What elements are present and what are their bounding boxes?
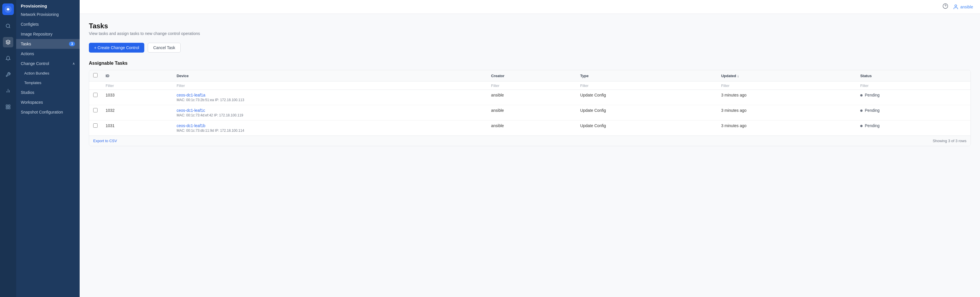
row-checkbox-1031[interactable] xyxy=(93,123,97,128)
device-link-1032[interactable]: ceos-dc1-leaf1c xyxy=(177,108,483,113)
svg-line-3 xyxy=(9,27,10,28)
wrench-icon[interactable] xyxy=(3,69,13,80)
table-footer: Export to CSV Showing 3 of 3 rows xyxy=(89,136,970,146)
svg-marker-4 xyxy=(6,40,10,43)
device-mac-1033: MAC: 00:1c:73:2b:51:ea IP: 172.18.100.11… xyxy=(177,98,483,102)
filter-status: Filter xyxy=(860,83,869,88)
filter-device: Filter xyxy=(177,83,185,88)
svg-rect-8 xyxy=(6,105,8,106)
status-label-1032: Pending xyxy=(865,108,880,113)
cell-id-1033: 1033 xyxy=(102,90,173,105)
cell-type-1033: Update Config xyxy=(576,90,717,105)
filter-updated: Filter xyxy=(721,83,730,88)
sidebar-title: Provisioning xyxy=(16,0,80,10)
col-header-checkbox xyxy=(89,70,102,81)
alert-icon[interactable] xyxy=(3,53,13,64)
cell-status-1033: Pending xyxy=(856,90,970,105)
status-dot-1032 xyxy=(860,110,862,112)
tasks-badge: 3 xyxy=(69,42,75,46)
page-subtitle: View tasks and assign tasks to new chang… xyxy=(89,31,971,36)
filter-creator: Filter xyxy=(491,83,500,88)
row-count-label: Showing 3 of 3 rows xyxy=(933,139,966,143)
cell-id-1032: 1032 xyxy=(102,105,173,120)
assignable-tasks-table-container: ID Device Creator Type Updated ↓ Status … xyxy=(89,70,971,146)
cell-device-1033: ceos-dc1-leaf1a MAC: 00:1c:73:2b:51:ea I… xyxy=(173,90,487,105)
status-dot-1031 xyxy=(860,125,862,127)
sidebar-item-action-bundles[interactable]: Action Bundles xyxy=(16,69,80,78)
device-mac-1031: MAC: 00:1c:73:db:11:9d IP: 172.18.100.11… xyxy=(177,129,483,133)
cell-type-1032: Update Config xyxy=(576,105,717,120)
device-link-1033[interactable]: ceos-dc1-leaf1a xyxy=(177,93,483,97)
sidebar-item-actions[interactable]: Actions xyxy=(16,49,80,59)
export-csv-link[interactable]: Export to CSV xyxy=(93,139,117,143)
help-icon[interactable] xyxy=(942,3,948,10)
sidebar-item-change-control[interactable]: Change Control ∧ xyxy=(16,59,80,69)
table-row: 1031 ceos-dc1-leaf1b MAC: 00:1c:73:db:11… xyxy=(89,120,970,136)
top-bar: ansible xyxy=(80,0,980,14)
cell-status-1032: Pending xyxy=(856,105,970,120)
content-area: Tasks View tasks and assign tasks to new… xyxy=(80,14,980,297)
filter-row: Filter Filter Filter Filter Filter Filte… xyxy=(89,81,970,90)
device-link-1031[interactable]: ceos-dc1-leaf1b xyxy=(177,123,483,128)
sidebar-item-templates[interactable]: Templates xyxy=(16,78,80,88)
table-row: 1033 ceos-dc1-leaf1a MAC: 00:1c:73:2b:51… xyxy=(89,90,970,105)
col-header-id: ID xyxy=(102,70,173,81)
col-header-type: Type xyxy=(576,70,717,81)
filter-type: Filter xyxy=(580,83,589,88)
layers-icon[interactable] xyxy=(3,37,13,47)
svg-rect-11 xyxy=(6,107,8,109)
icon-strip xyxy=(0,0,16,297)
sidebar-item-studios[interactable]: Studios xyxy=(16,88,80,97)
cell-updated-1031: 3 minutes ago xyxy=(717,120,856,136)
sidebar-item-snapshot-configuration[interactable]: Snapshot Configuration xyxy=(16,107,80,117)
cell-status-1031: Pending xyxy=(856,120,970,136)
cell-updated-1032: 3 minutes ago xyxy=(717,105,856,120)
sidebar-item-network-provisioning[interactable]: Network Provisioning xyxy=(16,10,80,19)
sidebar-item-workspaces[interactable]: Workspaces xyxy=(16,97,80,107)
search-icon[interactable] xyxy=(3,21,13,31)
cell-type-1031: Update Config xyxy=(576,120,717,136)
svg-rect-10 xyxy=(9,107,10,109)
cell-device-1031: ceos-dc1-leaf1b MAC: 00:1c:73:db:11:9d I… xyxy=(173,120,487,136)
chart-icon[interactable] xyxy=(3,86,13,96)
toolbar: + Create Change Control Cancel Task xyxy=(89,43,971,53)
device-mac-1032: MAC: 00:1c:73:4d:ef:42 IP: 172.18.100.11… xyxy=(177,113,483,117)
cell-device-1032: ceos-dc1-leaf1c MAC: 00:1c:73:4d:ef:42 I… xyxy=(173,105,487,120)
cell-updated-1033: 3 minutes ago xyxy=(717,90,856,105)
col-header-creator: Creator xyxy=(487,70,576,81)
status-label-1033: Pending xyxy=(865,93,880,97)
col-header-status: Status xyxy=(856,70,970,81)
table-row: 1032 ceos-dc1-leaf1c MAC: 00:1c:73:4d:ef… xyxy=(89,105,970,120)
status-dot-1033 xyxy=(860,94,862,96)
svg-point-2 xyxy=(6,24,10,27)
change-control-chevron-icon: ∧ xyxy=(72,62,75,65)
assignable-tasks-title: Assignable Tasks xyxy=(89,61,971,66)
username-label: ansible xyxy=(960,5,973,9)
sidebar: Provisioning Network Provisioning Config… xyxy=(16,0,80,297)
create-change-control-button[interactable]: + Create Change Control xyxy=(89,43,144,53)
svg-point-1 xyxy=(7,8,9,10)
sidebar-item-configlets[interactable]: Configlets xyxy=(16,19,80,29)
filter-id: Filter xyxy=(106,83,114,88)
assignable-tasks-table: ID Device Creator Type Updated ↓ Status … xyxy=(89,70,970,136)
svg-point-14 xyxy=(955,5,957,6)
logo-icon[interactable] xyxy=(2,3,14,15)
user-menu[interactable]: ansible xyxy=(953,4,973,10)
cell-creator-1031: ansible xyxy=(487,120,576,136)
col-header-updated[interactable]: Updated ↓ xyxy=(717,70,856,81)
page-title: Tasks xyxy=(89,22,971,30)
sidebar-item-image-repository[interactable]: Image Repository xyxy=(16,29,80,39)
sidebar-item-tasks[interactable]: Tasks 3 xyxy=(16,39,80,49)
user-icon xyxy=(953,4,959,10)
svg-rect-9 xyxy=(9,105,10,106)
cell-id-1031: 1031 xyxy=(102,120,173,136)
select-all-checkbox[interactable] xyxy=(93,73,97,77)
main-content: ansible Tasks View tasks and assign task… xyxy=(80,0,980,297)
cancel-task-button[interactable]: Cancel Task xyxy=(148,43,181,53)
grid-icon[interactable] xyxy=(3,102,13,112)
row-checkbox-1033[interactable] xyxy=(93,93,97,97)
cell-creator-1033: ansible xyxy=(487,90,576,105)
col-header-device: Device xyxy=(173,70,487,81)
row-checkbox-1032[interactable] xyxy=(93,108,97,112)
status-label-1031: Pending xyxy=(865,123,880,128)
